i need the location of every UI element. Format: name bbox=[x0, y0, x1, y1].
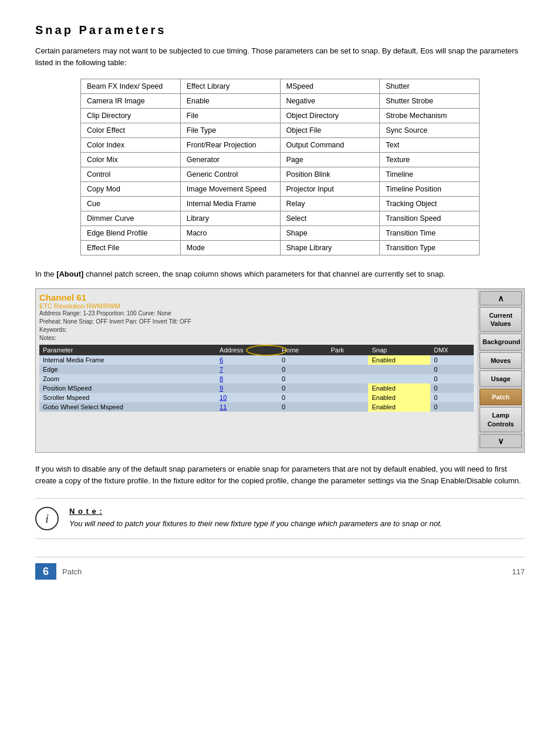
sidebar-button-current-values[interactable]: Current Values bbox=[480, 307, 522, 332]
snap-table-cell: Shape bbox=[280, 226, 380, 241]
patch-column-header-dmx: DMX bbox=[430, 345, 474, 355]
patch-cell-dmx: 0 bbox=[430, 365, 474, 374]
chapter-number: 6 bbox=[35, 563, 56, 580]
snap-parameters-table: Beam FX Index/ SpeedEffect LibraryMSpeed… bbox=[80, 79, 480, 255]
snap-table-cell: Enable bbox=[180, 94, 280, 109]
patch-data-table: ParameterAddressHomeParkSnapDMX Internal… bbox=[39, 345, 474, 412]
snap-table-cell: Position Blink bbox=[280, 167, 380, 182]
snap-table-cell: Sync Source bbox=[380, 123, 480, 138]
snap-table-cell: Transition Speed bbox=[380, 211, 480, 226]
snap-table-cell: Tracking Object bbox=[380, 197, 480, 211]
channel-meta: Address Range: 1-23 Proportion: 100 Curv… bbox=[39, 309, 474, 342]
snap-table-cell: Output Command bbox=[280, 138, 380, 153]
intro-text: Certain parameters may not want to be su… bbox=[35, 45, 525, 68]
snap-table-cell: Clip Directory bbox=[81, 109, 181, 123]
about-text: In the [About] channel patch screen, the… bbox=[35, 268, 525, 280]
channel-title: Channel 61 bbox=[39, 292, 474, 302]
snap-table-cell: Text bbox=[380, 138, 480, 153]
patch-cell-address: 6 bbox=[216, 355, 278, 365]
patch-cell-park bbox=[327, 365, 368, 374]
snap-table-cell: Dimmer Curve bbox=[81, 211, 181, 226]
sidebar-button-patch[interactable]: Patch bbox=[480, 389, 522, 405]
patch-cell-home: 0 bbox=[278, 355, 328, 365]
snap-table-cell: Mode bbox=[180, 241, 280, 255]
patch-cell-park bbox=[327, 402, 368, 412]
patch-cell-home: 0 bbox=[278, 365, 328, 374]
patch-column-header-snap: Snap bbox=[368, 345, 430, 355]
patch-cell-address: 11 bbox=[216, 402, 278, 412]
snap-table-cell: Internal Media Frame bbox=[180, 197, 280, 211]
snap-table-cell: Camera IR Image bbox=[81, 94, 181, 109]
patch-cell-snap: Enabled bbox=[368, 355, 430, 365]
snap-table-cell: Edge Blend Profile bbox=[81, 226, 181, 241]
patch-cell-parameter: Scroller Mspeed bbox=[39, 393, 216, 402]
snap-table-cell: Effect Library bbox=[180, 79, 280, 94]
channel-subtitle: ETC Revolution RWM/RWM bbox=[39, 302, 474, 309]
patch-cell-address: 8 bbox=[216, 374, 278, 383]
patch-cell-snap bbox=[368, 374, 430, 383]
sidebar-button-usage[interactable]: Usage bbox=[480, 371, 522, 387]
patch-column-header-parameter: Parameter bbox=[39, 345, 216, 355]
snap-table-cell: Image Movement Speed bbox=[180, 182, 280, 197]
snap-table-cell: File Type bbox=[180, 123, 280, 138]
sidebar-button-moves[interactable]: Moves bbox=[480, 352, 522, 369]
patch-cell-dmx: 0 bbox=[430, 355, 474, 365]
scroll-up-button[interactable]: ∧ bbox=[480, 291, 522, 305]
patch-cell-dmx: 0 bbox=[430, 374, 474, 383]
snap-table-cell: Front/Rear Projection bbox=[180, 138, 280, 153]
page-title: Snap Parameters bbox=[35, 23, 525, 37]
snap-table-cell: Copy Mod bbox=[81, 182, 181, 197]
snap-table-cell: MSpeed bbox=[280, 79, 380, 94]
patch-cell-park bbox=[327, 355, 368, 365]
snap-table-cell: Color Mix bbox=[81, 153, 181, 167]
note-label: N o t e : bbox=[69, 507, 525, 516]
patch-cell-snap bbox=[368, 365, 430, 374]
patch-cell-parameter: Zoom bbox=[39, 374, 216, 383]
patch-cell-parameter: Position MSpeed bbox=[39, 383, 216, 393]
snap-table-cell: Shutter bbox=[380, 79, 480, 94]
snap-table-cell: Object File bbox=[280, 123, 380, 138]
snap-table-cell: Shutter Strobe bbox=[380, 94, 480, 109]
note-text: You will need to patch your fixtures to … bbox=[69, 518, 525, 530]
patch-cell-address: 10 bbox=[216, 393, 278, 402]
snap-table-cell: Timeline bbox=[380, 167, 480, 182]
snap-table-cell: Color Effect bbox=[81, 123, 181, 138]
snap-table-cell: Relay bbox=[280, 197, 380, 211]
snap-table-cell: Effect File bbox=[81, 241, 181, 255]
patch-table-row: Internal Media Frame60Enabled0 bbox=[39, 355, 474, 365]
patch-sidebar: ∧Current ValuesBackgroundMovesUsagePatch… bbox=[477, 289, 524, 453]
patch-table-row: Scroller Mspeed100Enabled0 bbox=[39, 393, 474, 402]
snap-table-cell: Select bbox=[280, 211, 380, 226]
footer-section: Patch bbox=[62, 567, 82, 576]
snap-table-cell: Transition Type bbox=[380, 241, 480, 255]
patch-cell-parameter: Edge bbox=[39, 365, 216, 374]
patch-cell-park bbox=[327, 393, 368, 402]
footer-text: If you wish to disable any of the defaul… bbox=[35, 463, 525, 486]
footer-page-number: 117 bbox=[512, 567, 525, 576]
snap-table-cell: Library bbox=[180, 211, 280, 226]
snap-table-cell: File bbox=[180, 109, 280, 123]
snap-table-cell: Control bbox=[81, 167, 181, 182]
info-icon: i bbox=[35, 507, 59, 530]
snap-table-cell: Color Index bbox=[81, 138, 181, 153]
patch-table-row: Zoom800 bbox=[39, 374, 474, 383]
patch-cell-address: 9 bbox=[216, 383, 278, 393]
sidebar-button-background[interactable]: Background bbox=[480, 334, 522, 350]
patch-cell-snap: Enabled bbox=[368, 393, 430, 402]
snap-table-cell: Timeline Position bbox=[380, 182, 480, 197]
snap-table-cell: Generic Control bbox=[180, 167, 280, 182]
patch-table-row: Edge700 bbox=[39, 365, 474, 374]
sidebar-button-lamp-controls[interactable]: Lamp Controls bbox=[480, 407, 522, 432]
patch-cell-home: 0 bbox=[278, 402, 328, 412]
patch-column-header-park: Park bbox=[327, 345, 368, 355]
patch-column-header-home: Home bbox=[278, 345, 328, 355]
snap-table-cell: Shape Library bbox=[280, 241, 380, 255]
patch-cell-home: 0 bbox=[278, 374, 328, 383]
snap-table-cell: Negative bbox=[280, 94, 380, 109]
patch-table-row: Gobo Wheel Select Mspeed110Enabled0 bbox=[39, 402, 474, 412]
patch-cell-dmx: 0 bbox=[430, 393, 474, 402]
scroll-down-button[interactable]: ∨ bbox=[480, 434, 522, 448]
patch-cell-parameter: Internal Media Frame bbox=[39, 355, 216, 365]
patch-column-header-address: Address bbox=[216, 345, 278, 355]
patch-screen: Channel 61 ETC Revolution RWM/RWM Addres… bbox=[35, 288, 525, 453]
